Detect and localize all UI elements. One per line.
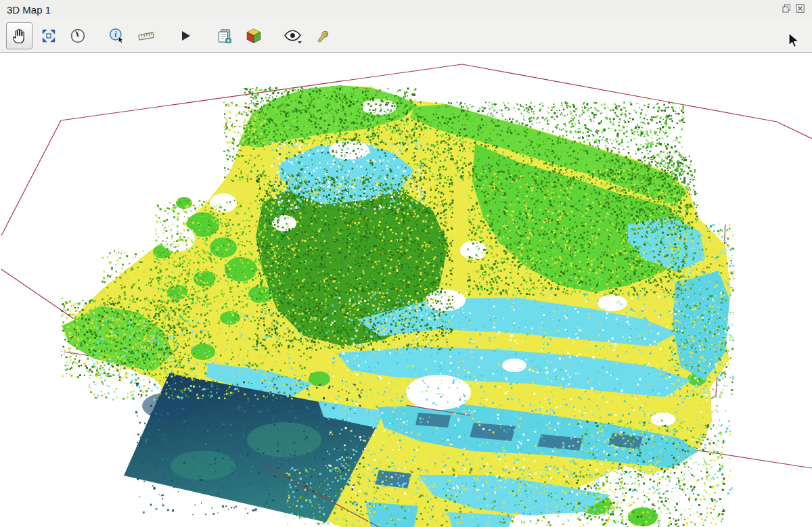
configure-button[interactable]	[309, 22, 335, 49]
window-controls	[782, 5, 805, 15]
play-icon	[177, 28, 194, 44]
panel-titlebar: 3D Map 1	[0, 0, 812, 19]
float-panel-button[interactable]	[782, 5, 792, 15]
3d-viewport[interactable]	[0, 53, 812, 527]
eye-icon	[284, 27, 302, 45]
cube-3d-icon	[245, 27, 263, 45]
ruler-icon	[137, 27, 156, 45]
3d-map-toolbar: i	[0, 19, 812, 53]
set-view-direction-button[interactable]	[64, 22, 91, 49]
point-cloud-speckle-layer	[0, 53, 812, 527]
wrench-icon	[313, 27, 331, 45]
animations-button[interactable]	[172, 22, 198, 49]
identify-icon: i	[108, 27, 126, 45]
camera-visibility-menu-button[interactable]	[279, 22, 306, 49]
save-as-image-button[interactable]	[211, 22, 238, 49]
zoom-extent-icon	[40, 27, 58, 45]
close-panel-button[interactable]	[795, 5, 805, 15]
mouse-cursor-icon	[788, 32, 803, 53]
hand-icon	[11, 27, 28, 45]
identify-button[interactable]: i	[104, 22, 130, 49]
camera-pan-button[interactable]	[6, 22, 32, 49]
compass-icon	[69, 27, 87, 45]
set-scene-extent-button[interactable]	[240, 22, 267, 49]
panel-title: 3D Map 1	[7, 4, 51, 16]
export-scene-icon	[216, 27, 233, 45]
zoom-full-button[interactable]	[35, 22, 62, 49]
measure-line-button[interactable]	[133, 22, 159, 49]
close-icon	[796, 3, 805, 16]
float-icon	[782, 3, 791, 16]
